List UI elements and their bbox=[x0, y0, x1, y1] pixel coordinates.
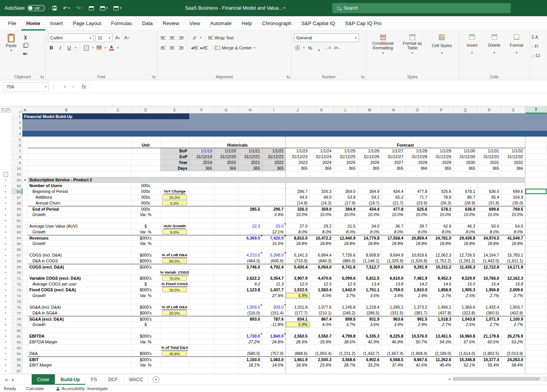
cell[interactable] bbox=[189, 171, 214, 177]
cell[interactable]: 365 bbox=[334, 166, 358, 171]
font-name-select[interactable]: Calibri▾ bbox=[48, 34, 93, 42]
unit-cell[interactable] bbox=[131, 218, 160, 223]
cell[interactable] bbox=[477, 183, 501, 189]
cell[interactable] bbox=[22, 189, 28, 194]
cell[interactable]: 2,009.6 bbox=[501, 287, 525, 293]
cell[interactable] bbox=[22, 316, 28, 322]
clear-button[interactable]: ◇Cl bbox=[532, 52, 545, 59]
cell[interactable]: 1,905.3 bbox=[454, 287, 477, 293]
cell[interactable] bbox=[189, 229, 214, 235]
unit-cell[interactable]: $ bbox=[131, 223, 160, 229]
column-header-B[interactable]: B bbox=[28, 106, 105, 113]
cell[interactable] bbox=[501, 328, 525, 333]
cell[interactable]: 1,043.8 bbox=[454, 316, 477, 322]
cell[interactable] bbox=[22, 287, 28, 293]
cell[interactable]: 59.2 bbox=[358, 194, 382, 200]
cell[interactable] bbox=[214, 171, 238, 177]
cell[interactable] bbox=[454, 328, 477, 333]
cell[interactable]: 1,145.8 bbox=[334, 304, 358, 310]
cell[interactable]: 10,311.2 bbox=[430, 264, 454, 270]
cell[interactable] bbox=[214, 241, 238, 247]
cell[interactable] bbox=[382, 345, 406, 351]
cell[interactable] bbox=[358, 270, 382, 275]
cell[interactable]: 2026 bbox=[358, 160, 382, 166]
cell[interactable] bbox=[262, 328, 286, 333]
cell[interactable] bbox=[238, 345, 262, 351]
increase-font-size-button[interactable]: A▲ bbox=[114, 34, 121, 42]
row-header-1[interactable]: 1 bbox=[12, 113, 22, 119]
cell[interactable]: 1,218.4 bbox=[358, 304, 382, 310]
cell[interactable]: 58.4% bbox=[501, 362, 525, 368]
column-header-H[interactable]: H bbox=[238, 106, 262, 113]
cell[interactable] bbox=[22, 281, 28, 287]
cell[interactable] bbox=[214, 287, 238, 293]
section-marker[interactable]: x bbox=[22, 177, 28, 183]
scroll-left-icon[interactable]: ◀ bbox=[448, 377, 450, 381]
cell[interactable] bbox=[358, 368, 382, 374]
cell[interactable]: 26,276.9 bbox=[501, 333, 525, 339]
cell[interactable]: 12,062.3 bbox=[430, 252, 454, 258]
column-header-P[interactable]: P bbox=[430, 106, 454, 113]
cell[interactable] bbox=[430, 171, 454, 177]
fill-button[interactable]: ↓Fi bbox=[532, 43, 545, 49]
cell[interactable] bbox=[189, 333, 214, 339]
cell[interactable]: (331.5) bbox=[382, 310, 406, 316]
cell[interactable]: (985.0) bbox=[334, 258, 358, 264]
cell[interactable] bbox=[189, 281, 214, 287]
cell[interactable] bbox=[310, 183, 334, 189]
cell[interactable] bbox=[22, 137, 28, 142]
cell[interactable]: 2022 bbox=[262, 160, 286, 166]
select-all-corner[interactable] bbox=[12, 106, 22, 113]
cell[interactable] bbox=[525, 247, 547, 252]
cell[interactable]: 2025 bbox=[334, 160, 358, 166]
cell[interactable]: 359.0 bbox=[310, 206, 334, 212]
cell[interactable]: 7,481.9 bbox=[406, 275, 430, 281]
ribbon-tab-page-layout[interactable]: Page Layout bbox=[68, 16, 106, 30]
row-header-80[interactable]: 80 bbox=[12, 328, 22, 333]
cell[interactable]: 1,295.1 bbox=[382, 304, 406, 310]
cell[interactable]: 29,439.8 bbox=[454, 235, 477, 241]
cell[interactable] bbox=[28, 142, 131, 148]
cell[interactable]: 104.9 bbox=[501, 194, 525, 200]
cell[interactable]: 10.0% bbox=[358, 212, 382, 218]
cell[interactable]: 525.6 bbox=[406, 206, 430, 212]
cell[interactable]: 2.7% bbox=[501, 322, 525, 328]
row-header-68[interactable]: 68 bbox=[12, 258, 22, 264]
format-as-table-button[interactable]: Format as Table▾ bbox=[398, 33, 426, 56]
cell[interactable] bbox=[310, 218, 334, 223]
cell[interactable]: (840.3) bbox=[310, 258, 334, 264]
unit-cell[interactable]: $000's bbox=[131, 258, 160, 264]
horizontal-scrollbar[interactable]: ◀ bbox=[448, 376, 547, 382]
assumption-header-cell[interactable]: % Fixed COGS bbox=[160, 281, 189, 287]
row-header-67[interactable]: 67 bbox=[12, 252, 22, 258]
prev-sheet-button[interactable]: ◀ bbox=[5, 378, 7, 382]
cell[interactable]: 525.6 bbox=[430, 189, 454, 194]
column-header-S[interactable]: S bbox=[501, 106, 525, 113]
cell[interactable]: 31/12/26 bbox=[358, 154, 382, 160]
cell[interactable] bbox=[310, 247, 334, 252]
column-header-Q[interactable]: Q bbox=[454, 106, 477, 113]
column-header-A[interactable]: A bbox=[22, 106, 28, 113]
cell[interactable] bbox=[22, 235, 28, 241]
cell[interactable] bbox=[501, 345, 525, 351]
cell[interactable] bbox=[334, 183, 358, 189]
cell[interactable] bbox=[525, 142, 547, 148]
cell[interactable] bbox=[525, 275, 547, 281]
cell[interactable]: 31/12/28 bbox=[406, 154, 430, 160]
cell[interactable] bbox=[262, 171, 286, 177]
cell[interactable]: (360.5) bbox=[477, 310, 501, 316]
cell[interactable] bbox=[214, 183, 238, 189]
cell[interactable]: 1/1/26 bbox=[358, 148, 382, 154]
cell[interactable] bbox=[286, 299, 310, 304]
cell[interactable] bbox=[358, 183, 382, 189]
cell[interactable] bbox=[189, 322, 214, 328]
cell[interactable] bbox=[22, 200, 28, 206]
row-label[interactable]: Annual Churn bbox=[28, 200, 131, 206]
unit-cell[interactable] bbox=[131, 299, 160, 304]
cell[interactable]: 4.0% bbox=[310, 293, 334, 299]
cell[interactable] bbox=[262, 194, 286, 200]
row-label[interactable] bbox=[28, 137, 131, 142]
undo-button[interactable]: ↶▾ bbox=[63, 5, 70, 11]
ribbon-tab-formulas[interactable]: Formulas bbox=[106, 16, 137, 30]
cell[interactable] bbox=[214, 299, 238, 304]
